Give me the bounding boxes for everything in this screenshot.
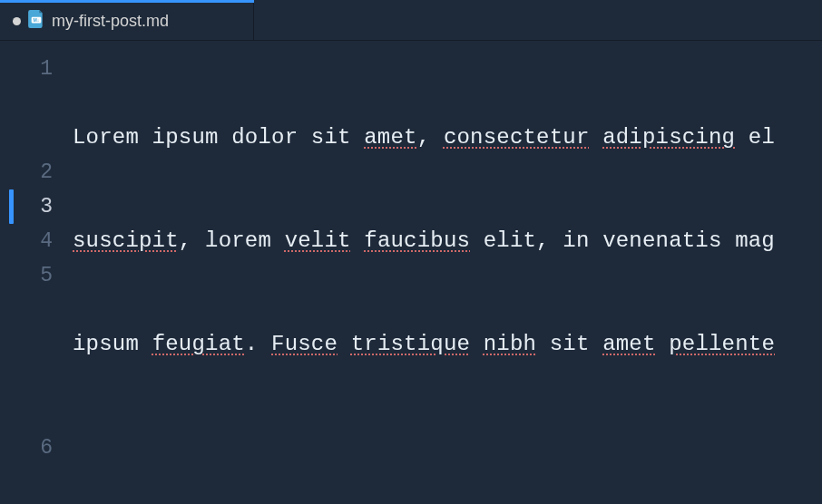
line-number: 1 <box>0 52 53 86</box>
line-number <box>0 86 53 121</box>
text-segment: faucibus <box>364 224 470 258</box>
text-segment <box>470 327 484 362</box>
text-segment <box>590 121 603 155</box>
tab-filename: my-first-post.md <box>52 12 169 31</box>
active-line-indicator <box>9 189 14 224</box>
tab-my-first-post[interactable]: M↓ my-first-post.md <box>0 3 254 40</box>
text-segment: el <box>735 121 775 155</box>
text-segment: amet <box>602 327 655 362</box>
text-segment <box>351 224 365 258</box>
code-line[interactable]: Lorem ipsum dolor sit amet, consectetur … <box>73 121 822 155</box>
text-segment: sit <box>536 327 602 362</box>
svg-text:M↓: M↓ <box>34 17 40 23</box>
code-line[interactable]: suscipit, lorem velit faucibus elit, in … <box>73 224 822 258</box>
line-number: 5 <box>0 258 53 293</box>
text-segment: Lorem ipsum dolor sit <box>73 121 364 155</box>
line-number <box>0 362 53 396</box>
line-number: 6 <box>0 431 53 465</box>
markdown-file-icon: M↓ <box>28 10 44 33</box>
text-segment <box>656 327 670 362</box>
code-content[interactable]: Lorem ipsum dolor sit amet, consectetur … <box>73 41 822 504</box>
text-segment: , lorem <box>179 224 285 258</box>
line-number <box>0 327 53 362</box>
text-segment: nibh <box>484 327 536 362</box>
tab-bar: M↓ my-first-post.md <box>0 3 822 41</box>
code-editor[interactable]: 1 2 3 4 5 6 Lorem ipsum dolor sit amet, … <box>0 41 822 504</box>
line-number <box>0 396 53 431</box>
text-segment: tristique <box>351 327 470 362</box>
text-segment: consectetur <box>444 121 590 155</box>
text-segment: . <box>245 327 271 362</box>
text-segment: amet <box>364 121 416 155</box>
line-number: 2 <box>0 155 53 189</box>
text-segment: pellente <box>669 327 775 362</box>
line-number: 3 <box>0 189 53 224</box>
code-line[interactable] <box>73 431 822 465</box>
code-line[interactable]: ipsum feugiat. Fusce tristique nibh sit … <box>73 327 822 362</box>
line-number <box>0 121 53 155</box>
text-segment: feugiat <box>152 327 245 362</box>
text-segment: elit, in venenatis mag <box>470 224 775 258</box>
line-number: 4 <box>0 224 53 258</box>
text-segment: velit <box>285 224 351 258</box>
unsaved-indicator-icon <box>13 17 21 25</box>
line-number-gutter: 1 2 3 4 5 6 <box>0 41 73 504</box>
text-segment: Fusce <box>271 327 338 362</box>
text-segment: adipiscing <box>602 121 735 155</box>
text-segment: suscipit <box>73 224 179 258</box>
text-segment: ipsum <box>73 327 152 362</box>
line-number <box>0 293 53 327</box>
text-segment: , <box>417 121 444 155</box>
text-segment <box>338 327 351 362</box>
